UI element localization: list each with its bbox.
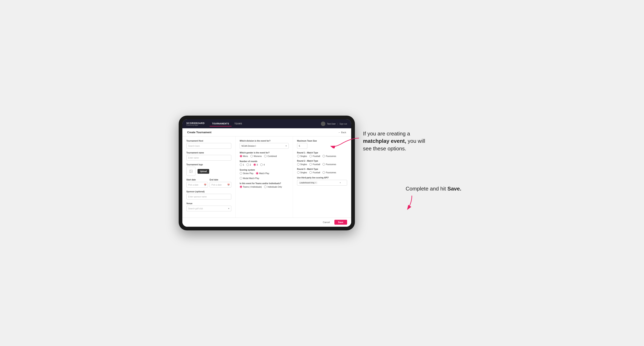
avatar [321,122,326,126]
round1-foursomes-radio[interactable] [322,155,325,157]
scoring-stroke-label: Stroke Play [243,172,254,174]
rounds-group: Number of rounds 1 2 [240,160,289,166]
rounds-1[interactable]: 1 [240,164,244,166]
round2-singles-label: Singles [300,163,307,166]
round3-foursomes[interactable]: Foursomes [322,171,336,174]
gender-group: Which gender is the event for? Mens Wome… [240,152,289,157]
round1-singles-label: Singles [300,155,307,157]
venue-input[interactable] [186,206,231,211]
teams-teams[interactable]: Teams (+Individuals) [240,185,262,188]
round3-fourball[interactable]: Fourball [310,171,320,174]
back-button[interactable]: ← Back [338,131,346,134]
svg-point-1 [190,171,190,171]
round1-foursomes[interactable]: Foursomes [322,155,336,157]
upload-button[interactable]: Upload [198,169,210,174]
tablet-frame: SCOREBOARD Powered by clippit TOURNAMENT… [179,116,355,230]
gender-mens[interactable]: Mens [240,155,248,157]
scoring-medal-label: Medal Match Play [243,177,259,179]
round2-fourball[interactable]: Fourball [310,163,320,166]
nav-bar: SCOREBOARD Powered by clippit TOURNAMENT… [182,119,351,128]
round3-singles[interactable]: Singles [297,171,307,174]
round2-fourball-radio[interactable] [310,163,312,166]
annotation-top-block: If you are creating a matchplay event, y… [363,130,466,152]
api-label: Use third-party live scoring API? [297,176,347,179]
user-name: Test User [327,123,336,125]
sponsor-input[interactable] [186,194,231,199]
end-date-input[interactable] [210,182,231,188]
round3-singles-radio[interactable] [297,171,300,174]
tournament-host-input[interactable] [186,143,231,149]
teams-individuals[interactable]: Individuals Only [264,185,282,188]
division-select[interactable]: NCAA Division I [240,143,289,149]
round3-foursomes-radio[interactable] [322,171,325,174]
tab-teams[interactable]: TEAMS [232,121,245,127]
scoring-stroke-radio[interactable] [240,172,242,174]
round3-radio-group: Singles Fourball Foursomes [297,171,347,174]
rounds-4-label: 4 [264,164,265,166]
scoring-match[interactable]: Match Play [256,172,269,174]
api-select-display[interactable]: Leaderboard King ✕ ▼ [297,180,347,185]
round3-fourball-radio[interactable] [310,171,312,174]
gender-womens[interactable]: Womens [250,155,262,157]
gender-mens-radio[interactable] [240,155,242,157]
gender-combined[interactable]: Combined [264,155,277,157]
start-date-input[interactable] [186,182,208,188]
scoring-match-radio[interactable] [256,172,258,174]
gender-combined-label: Combined [268,155,277,157]
round2-singles[interactable]: Singles [297,163,307,166]
api-value: Leaderboard King [300,182,314,184]
rounds-1-label: 1 [243,164,244,166]
rounds-4-radio[interactable] [260,164,263,166]
logo-upload-area: Upload [186,167,231,176]
cancel-button[interactable]: Cancel [320,220,333,225]
save-button[interactable]: Save [334,220,347,225]
rounds-3[interactable]: 3 [254,164,258,166]
gender-womens-radio[interactable] [250,155,253,157]
round1-singles-radio[interactable] [297,155,300,157]
max-team-size-input[interactable] [297,143,307,149]
rounds-4[interactable]: 4 [260,164,265,166]
round2-foursomes[interactable]: Foursomes [322,163,336,166]
scoring-medal[interactable]: Medal Match Play [240,177,259,179]
venue-group: Venue ▼ [186,202,231,211]
brand-name: SCOREBOARD [186,122,205,124]
tournament-host-label: Tournament Host [186,140,231,142]
end-date-wrapper: 📅 [210,182,231,188]
scoring-medal-radio[interactable] [240,177,242,179]
teams-individuals-radio[interactable] [264,185,266,188]
annotation-bottom-text: Complete and hit Save. [406,185,462,192]
arrow-top-svg [330,136,361,148]
round1-singles[interactable]: Singles [297,155,307,157]
rounds-1-radio[interactable] [240,164,242,166]
powered-by: Powered by clippit [186,124,205,126]
scoring-stroke[interactable]: Stroke Play [240,172,254,174]
rounds-2[interactable]: 2 [246,164,251,166]
annotation-top-bold: matchplay event, [363,138,406,144]
division-select-wrapper: NCAA Division I ▼ [240,143,289,149]
round1-fourball[interactable]: Fourball [310,155,320,157]
round1-fourball-radio[interactable] [310,155,312,157]
teams-individuals-label: Individuals Only [268,186,282,188]
start-date-label: Start date [186,179,208,181]
round1-foursomes-label: Foursomes [326,155,336,157]
signout-button[interactable]: Sign out [340,123,347,125]
dates-group: Start date 📅 End date [186,179,231,188]
round3-section: Round 3 - Match Type Singles Fourball [297,168,347,174]
gender-combined-radio[interactable] [264,155,266,157]
api-clear-icon[interactable]: ✕ [315,182,316,184]
rounds-3-radio[interactable] [254,164,256,166]
end-date-group: End date 📅 [210,179,231,188]
api-dropdown-arrow: ▼ [340,182,341,184]
teams-teams-radio[interactable] [240,185,242,188]
tournament-name-label: Tournament name [186,152,231,154]
rounds-2-radio[interactable] [246,164,249,166]
scoring-group: Scoring system Stroke Play Match Play [240,169,289,179]
tournament-name-input[interactable] [186,155,231,161]
end-date-label: End date [210,179,231,181]
tab-tournaments[interactable]: TOURNAMENTS [210,121,232,127]
round3-foursomes-label: Foursomes [326,172,336,174]
scoring-radio-group: Stroke Play Match Play Medal Match Play [240,172,289,179]
teams-teams-label: Teams (+Individuals) [243,186,262,188]
round2-foursomes-radio[interactable] [322,163,325,166]
round2-singles-radio[interactable] [297,163,300,166]
